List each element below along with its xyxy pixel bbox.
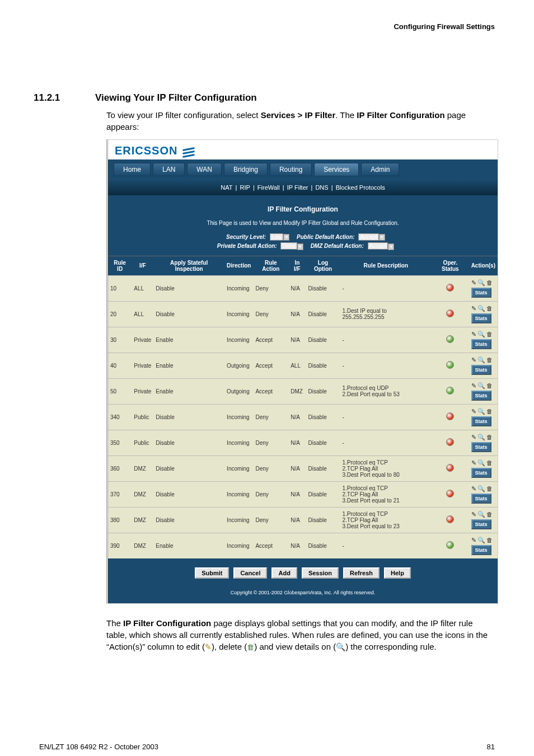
- nav-tab-home[interactable]: Home: [114, 163, 151, 176]
- cancel-button[interactable]: Cancel: [233, 567, 267, 579]
- nav-tab-lan[interactable]: LAN: [153, 163, 185, 176]
- delete-icon[interactable]: 🗑: [486, 408, 493, 415]
- col-header: Oper. Status: [432, 256, 469, 275]
- ericsson-swoosh-icon: [182, 147, 195, 157]
- chevron-down-icon[interactable]: ▾: [283, 234, 289, 241]
- delete-icon[interactable]: 🗑: [486, 279, 493, 286]
- view-icon[interactable]: 🔍: [477, 279, 485, 286]
- subnav-ip-filter[interactable]: IP Filter: [287, 184, 308, 191]
- edit-icon[interactable]: ✎: [471, 305, 476, 312]
- subnav-dns[interactable]: DNS: [315, 184, 328, 191]
- chevron-down-icon[interactable]: ▾: [297, 243, 303, 250]
- stats-button[interactable]: Stats: [471, 365, 491, 375]
- view-icon[interactable]: 🔍: [477, 305, 485, 312]
- view-icon[interactable]: 🔍: [477, 459, 485, 466]
- view-icon[interactable]: 🔍: [477, 485, 485, 492]
- view-icon[interactable]: 🔍: [477, 511, 485, 518]
- public-default-label: Public Default Action:: [297, 234, 355, 240]
- stats-button[interactable]: Stats: [471, 391, 491, 401]
- nav-tab-routing[interactable]: Routing: [270, 163, 312, 176]
- refresh-button[interactable]: Refresh: [343, 567, 380, 579]
- edit-icon[interactable]: ✎: [471, 485, 476, 492]
- dmz-default-select[interactable]: Accept: [368, 242, 388, 250]
- chevron-down-icon[interactable]: ▾: [379, 234, 385, 241]
- stats-button[interactable]: Stats: [471, 288, 491, 298]
- delete-icon[interactable]: 🗑: [486, 511, 493, 518]
- add-button[interactable]: Add: [271, 567, 297, 579]
- edit-icon[interactable]: ✎: [471, 279, 476, 286]
- intro-paragraph: To view your IP filter configuration, se…: [106, 109, 495, 133]
- rules-table: Rule IDI/FApply Stateful InspectionDirec…: [108, 256, 498, 558]
- view-icon[interactable]: 🔍: [477, 434, 485, 440]
- view-icon[interactable]: 🔍: [477, 331, 485, 337]
- submit-button[interactable]: Submit: [195, 567, 229, 579]
- edit-icon[interactable]: ✎: [471, 356, 476, 363]
- edit-icon[interactable]: ✎: [471, 434, 476, 440]
- status-dot-icon: [446, 515, 454, 523]
- stats-button[interactable]: Stats: [471, 416, 491, 426]
- col-header: Log Option: [306, 256, 340, 275]
- chevron-down-icon[interactable]: ▾: [388, 243, 394, 250]
- edit-icon[interactable]: ✎: [471, 537, 476, 543]
- stats-button[interactable]: Stats: [471, 545, 491, 555]
- view-icon[interactable]: 🔍: [477, 382, 485, 389]
- subnav-rip[interactable]: RIP: [240, 184, 250, 191]
- nav-tab-bridging[interactable]: Bridging: [224, 163, 268, 176]
- subnav-firewall[interactable]: FireWall: [257, 184, 280, 191]
- security-level-label: Security Level:: [226, 234, 266, 240]
- nav-tab-wan[interactable]: WAN: [187, 163, 222, 176]
- view-icon[interactable]: 🔍: [477, 356, 485, 363]
- col-header: I/F: [132, 256, 153, 275]
- table-row: 30PrivateEnableIncomingAcceptN/ADisable-…: [108, 327, 498, 353]
- edit-icon[interactable]: ✎: [471, 511, 476, 518]
- status-dot-icon: [446, 541, 454, 549]
- main-nav-tabs: HomeLANWANBridgingRoutingServicesAdmin: [108, 159, 498, 180]
- nav-tab-admin[interactable]: Admin: [361, 163, 399, 176]
- table-row: 370DMZDisableIncomingDenyN/ADisable1.Pro…: [108, 481, 498, 507]
- delete-icon[interactable]: 🗑: [486, 331, 493, 337]
- delete-icon[interactable]: 🗑: [486, 537, 493, 543]
- button-row: SubmitCancelAddSessionRefreshHelp: [108, 558, 498, 586]
- col-header: Action(s): [469, 256, 498, 275]
- col-header: Direction: [224, 256, 253, 275]
- explanation-paragraph: The IP Filter Configuration page display…: [106, 617, 495, 653]
- col-header: Rule ID: [108, 256, 132, 275]
- nav-tab-services[interactable]: Services: [314, 163, 359, 176]
- stats-button[interactable]: Stats: [471, 494, 491, 504]
- subnav-nat[interactable]: NAT: [221, 184, 232, 191]
- edit-icon[interactable]: ✎: [471, 459, 476, 466]
- stats-button[interactable]: Stats: [471, 519, 491, 529]
- status-dot-icon: [446, 335, 454, 343]
- edit-icon[interactable]: ✎: [471, 382, 476, 389]
- stats-button[interactable]: Stats: [471, 339, 491, 349]
- session-button[interactable]: Session: [302, 567, 339, 579]
- edit-icon[interactable]: ✎: [471, 408, 476, 415]
- delete-icon[interactable]: 🗑: [486, 434, 493, 440]
- stats-button[interactable]: Stats: [471, 468, 491, 478]
- view-icon[interactable]: 🔍: [477, 537, 485, 543]
- public-default-select[interactable]: Accept: [358, 233, 379, 241]
- status-dot-icon: [446, 387, 454, 395]
- delete-icon[interactable]: 🗑: [486, 382, 493, 389]
- status-dot-icon: [446, 309, 454, 317]
- page-header: Configuring Firewall Settings: [34, 22, 500, 31]
- delete-icon[interactable]: 🗑: [486, 356, 493, 363]
- stats-button[interactable]: Stats: [471, 313, 491, 323]
- private-default-select[interactable]: Deny: [280, 242, 297, 250]
- delete-icon[interactable]: 🗑: [486, 485, 493, 492]
- edit-icon[interactable]: ✎: [471, 331, 476, 337]
- col-header: Rule Action: [253, 256, 288, 275]
- table-row: 380DMZDisableIncomingDenyN/ADisable1.Pro…: [108, 507, 498, 533]
- router-ui-screenshot: ERICSSON HomeLANWANBridgingRoutingServic…: [106, 139, 498, 604]
- security-level-select[interactable]: Low: [270, 233, 283, 241]
- help-button[interactable]: Help: [384, 567, 411, 579]
- section-number: 11.2.1: [34, 92, 95, 104]
- delete-icon[interactable]: 🗑: [486, 305, 493, 312]
- subnav-blocked-protocols[interactable]: Blocked Protocols: [336, 184, 385, 191]
- stats-button[interactable]: Stats: [471, 442, 491, 452]
- table-row: 390DMZEnableIncomingAcceptN/ADisable-✎🔍🗑…: [108, 533, 498, 558]
- sub-nav-bar: NAT | RIP | FireWall | IP Filter | DNS |…: [108, 180, 498, 195]
- table-row: 350PublicDisableIncomingDenyN/ADisable-✎…: [108, 430, 498, 456]
- delete-icon[interactable]: 🗑: [486, 459, 493, 466]
- view-icon[interactable]: 🔍: [477, 408, 485, 415]
